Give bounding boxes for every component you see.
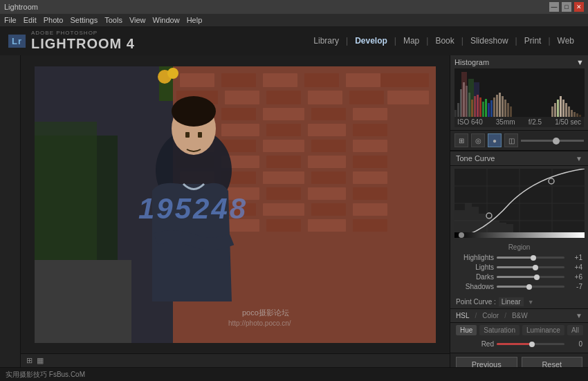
highlights-thumb[interactable] — [531, 255, 536, 261]
gradient-tool[interactable]: ◫ — [504, 133, 518, 147]
svg-rect-79 — [482, 102, 484, 117]
previous-button[interactable]: Previous — [456, 357, 517, 367]
menu-tools[interactable]: Tools — [104, 16, 122, 24]
close-button[interactable]: ✕ — [574, 2, 584, 12]
svg-rect-55 — [308, 219, 346, 232]
tone-curve-title: Tone Curve — [456, 154, 495, 162]
tone-curve-header[interactable]: Tone Curve ▼ — [450, 151, 588, 166]
svg-rect-93 — [560, 96, 562, 117]
shadows-thumb[interactable] — [526, 284, 532, 290]
nav-tab-map[interactable]: Map — [398, 33, 425, 48]
histogram-info: ISO 640 35mm f/2.5 1/50 sec — [454, 117, 584, 127]
crop-tool[interactable]: ⊞ — [454, 133, 468, 147]
svg-rect-101 — [461, 72, 467, 117]
menu-photo[interactable]: Photo — [44, 16, 64, 24]
hsl-subtab-luminance[interactable]: Luminance — [522, 325, 564, 335]
window-title: Lightroom — [4, 3, 38, 11]
svg-rect-3 — [35, 260, 131, 343]
svg-rect-31 — [353, 140, 387, 152]
hsl-tab-bw[interactable]: B&W — [512, 312, 528, 319]
point-curve-label: Point Curve : — [456, 298, 496, 306]
darks-fill — [497, 276, 535, 278]
menu-edit[interactable]: Edit — [24, 16, 37, 24]
panel-bottom: Previous Reset — [450, 353, 588, 367]
spot-tool[interactable]: ◎ — [471, 133, 485, 147]
histogram-iso: ISO 640 — [457, 118, 483, 126]
shadows-value: -7 — [567, 283, 582, 290]
red-thumb[interactable] — [529, 342, 535, 347]
histogram-svg — [454, 68, 585, 117]
svg-rect-6 — [221, 73, 256, 87]
photo-container: 195248 poco摄影论坛 http://photo.poco.cn/ — [21, 55, 450, 353]
lights-slider[interactable] — [497, 266, 564, 268]
grid-icon[interactable]: ▦ — [37, 356, 44, 365]
svg-rect-45 — [308, 187, 346, 200]
minimize-button[interactable]: — — [549, 2, 559, 12]
center-panel: 195248 poco摄影论坛 http://photo.poco.cn/ ⊞ … — [21, 55, 450, 367]
bottom-bar: ⊞ ▦ — [21, 353, 450, 367]
histogram-expand-icon[interactable]: ▼ — [576, 58, 584, 66]
logo-area: Lr ADOBE PHOTOSHOP LIGHTROOM 4 — [8, 30, 135, 52]
hsl-subtab-hue[interactable]: Hue — [456, 325, 477, 335]
svg-rect-29 — [263, 140, 304, 152]
maximize-button[interactable]: □ — [562, 2, 571, 12]
statusbar-text: 实用摄影技巧 FsBus.CoM — [6, 370, 85, 380]
histogram-header: Histogram ▼ — [454, 58, 584, 66]
menu-settings[interactable]: Settings — [70, 16, 98, 24]
histogram-title: Histogram — [454, 58, 489, 66]
tool-size-slider[interactable] — [521, 140, 584, 142]
app-name: LIGHTROOM 4 — [31, 36, 135, 52]
nav-tab-library[interactable]: Library — [308, 33, 344, 48]
hsl-tab-color[interactable]: Color — [482, 312, 499, 319]
svg-rect-92 — [557, 100, 559, 117]
svg-text:poco摄影论坛: poco摄影论坛 — [242, 308, 289, 317]
histogram-shutter: 1/50 sec — [555, 118, 581, 126]
svg-rect-102 — [468, 79, 474, 117]
nav-tabs: Library | Develop | Map | Book | Slidesh… — [308, 33, 580, 48]
menu-help[interactable]: Help — [187, 16, 203, 24]
lights-thumb[interactable] — [533, 265, 538, 270]
shadows-slider[interactable] — [497, 286, 564, 288]
darks-slider[interactable] — [497, 276, 564, 278]
hsl-header[interactable]: HSL / Color / B&W ▼ — [450, 308, 588, 323]
nav-tab-web[interactable]: Web — [552, 33, 580, 48]
reset-button[interactable]: Reset — [522, 357, 583, 367]
nav-tab-book[interactable]: Book — [430, 33, 459, 48]
svg-rect-40 — [311, 171, 346, 184]
svg-rect-41 — [353, 171, 387, 184]
svg-rect-9 — [346, 73, 380, 87]
red-hue-row: Red 0 — [456, 340, 582, 348]
hsl-subtab-saturation[interactable]: Saturation — [479, 325, 520, 335]
shadows-label: Shadows — [456, 283, 494, 290]
tone-curve-container — [450, 166, 588, 241]
nav-tab-print[interactable]: Print — [519, 33, 547, 48]
svg-rect-16 — [387, 91, 429, 104]
histogram-focal: 35mm — [496, 118, 515, 126]
tool-slider-thumb[interactable] — [553, 138, 560, 145]
svg-point-59 — [172, 96, 216, 127]
svg-rect-2 — [35, 122, 97, 260]
nav-tab-slideshow[interactable]: Slideshow — [465, 33, 514, 48]
menu-file[interactable]: File — [4, 16, 17, 24]
darks-thumb[interactable] — [534, 275, 540, 280]
red-eye-tool[interactable]: ● — [488, 133, 502, 147]
nav-tab-develop[interactable]: Develop — [349, 33, 393, 48]
menu-window[interactable]: Window — [153, 16, 180, 24]
hsl-tab-hsl[interactable]: HSL — [456, 312, 469, 319]
red-slider[interactable] — [497, 343, 564, 345]
svg-rect-121 — [454, 232, 585, 238]
lights-fill — [497, 266, 534, 268]
tone-curve-section: Tone Curve ▼ — [450, 151, 588, 308]
svg-rect-21 — [353, 108, 387, 120]
point-curve-dropdown[interactable]: Linear — [499, 297, 524, 306]
point-curve-row: Point Curve : Linear ▼ — [450, 295, 588, 308]
view-icon[interactable]: ⊞ — [26, 356, 33, 365]
menu-view[interactable]: View — [129, 16, 146, 24]
svg-rect-70 — [457, 103, 459, 117]
hsl-subtab-all[interactable]: All — [567, 325, 583, 335]
tone-curve-svg[interactable] — [454, 169, 585, 238]
svg-rect-20 — [311, 108, 346, 120]
highlights-slider[interactable] — [497, 257, 564, 259]
app-header: Lr ADOBE PHOTOSHOP LIGHTROOM 4 Library |… — [0, 26, 588, 55]
svg-rect-89 — [510, 106, 512, 117]
